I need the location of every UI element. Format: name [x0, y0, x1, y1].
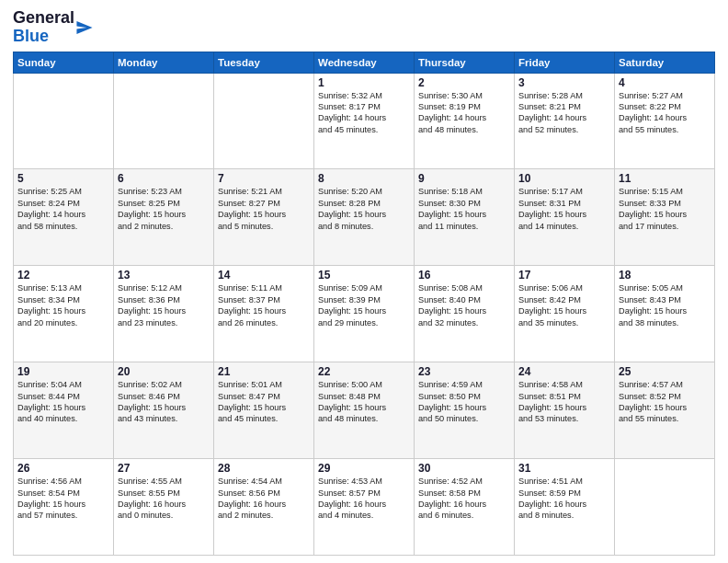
calendar-cell: 18Sunrise: 5:05 AM Sunset: 8:43 PM Dayli… — [615, 266, 715, 362]
calendar-cell: 13Sunrise: 5:12 AM Sunset: 8:36 PM Dayli… — [114, 266, 214, 362]
day-number: 19 — [17, 365, 109, 378]
day-number: 4 — [619, 76, 711, 89]
day-info: Sunrise: 5:02 AM Sunset: 8:46 PM Dayligh… — [118, 379, 210, 425]
day-number: 29 — [318, 462, 410, 475]
page: General Blue SundayMondayTuesdayWednesda… — [0, 0, 728, 563]
calendar-cell: 21Sunrise: 5:01 AM Sunset: 8:47 PM Dayli… — [214, 362, 314, 459]
day-info: Sunrise: 5:28 AM Sunset: 8:21 PM Dayligh… — [518, 90, 610, 136]
calendar-cell: 27Sunrise: 4:55 AM Sunset: 8:55 PM Dayli… — [114, 459, 214, 556]
day-number: 17 — [518, 269, 610, 282]
day-info: Sunrise: 4:59 AM Sunset: 8:50 PM Dayligh… — [418, 379, 510, 425]
day-number: 9 — [418, 172, 510, 185]
calendar-cell: 24Sunrise: 4:58 AM Sunset: 8:51 PM Dayli… — [515, 362, 615, 459]
day-info: Sunrise: 5:08 AM Sunset: 8:40 PM Dayligh… — [418, 282, 510, 328]
weekday-wednesday: Wednesday — [314, 52, 415, 73]
calendar-cell: 12Sunrise: 5:13 AM Sunset: 8:34 PM Dayli… — [14, 266, 114, 362]
calendar-cell — [114, 73, 214, 169]
weekday-tuesday: Tuesday — [214, 52, 314, 73]
day-number: 12 — [17, 269, 109, 282]
calendar-cell: 9Sunrise: 5:18 AM Sunset: 8:30 PM Daylig… — [415, 169, 515, 266]
week-row-4: 26Sunrise: 4:56 AM Sunset: 8:54 PM Dayli… — [14, 459, 715, 556]
day-info: Sunrise: 4:57 AM Sunset: 8:52 PM Dayligh… — [619, 379, 711, 425]
day-number: 28 — [218, 462, 310, 475]
calendar-cell: 4Sunrise: 5:27 AM Sunset: 8:22 PM Daylig… — [615, 73, 715, 169]
calendar-cell: 17Sunrise: 5:06 AM Sunset: 8:42 PM Dayli… — [515, 266, 615, 362]
logo-icon — [76, 21, 93, 34]
day-info: Sunrise: 5:20 AM Sunset: 8:28 PM Dayligh… — [318, 186, 410, 232]
day-info: Sunrise: 5:17 AM Sunset: 8:31 PM Dayligh… — [518, 186, 610, 232]
logo-blue: Blue — [13, 27, 49, 45]
calendar-cell: 8Sunrise: 5:20 AM Sunset: 8:28 PM Daylig… — [314, 169, 415, 266]
calendar-table: SundayMondayTuesdayWednesdayThursdayFrid… — [13, 52, 715, 556]
day-number: 11 — [619, 172, 711, 185]
day-number: 14 — [218, 269, 310, 282]
day-info: Sunrise: 5:12 AM Sunset: 8:36 PM Dayligh… — [118, 282, 210, 328]
calendar-cell: 25Sunrise: 4:57 AM Sunset: 8:52 PM Dayli… — [615, 362, 715, 459]
day-info: Sunrise: 5:11 AM Sunset: 8:37 PM Dayligh… — [218, 282, 310, 328]
weekday-sunday: Sunday — [14, 52, 114, 73]
day-info: Sunrise: 5:09 AM Sunset: 8:39 PM Dayligh… — [318, 282, 410, 328]
day-info: Sunrise: 5:21 AM Sunset: 8:27 PM Dayligh… — [218, 186, 310, 232]
day-number: 6 — [118, 172, 210, 185]
day-number: 30 — [418, 462, 510, 475]
week-row-3: 19Sunrise: 5:04 AM Sunset: 8:44 PM Dayli… — [14, 362, 715, 459]
day-info: Sunrise: 4:55 AM Sunset: 8:55 PM Dayligh… — [118, 476, 210, 522]
day-number: 20 — [118, 365, 210, 378]
day-info: Sunrise: 5:04 AM Sunset: 8:44 PM Dayligh… — [17, 379, 109, 425]
week-row-1: 5Sunrise: 5:25 AM Sunset: 8:24 PM Daylig… — [14, 169, 715, 266]
calendar-cell: 29Sunrise: 4:53 AM Sunset: 8:57 PM Dayli… — [314, 459, 415, 556]
header: General Blue — [13, 9, 715, 46]
calendar-cell: 28Sunrise: 4:54 AM Sunset: 8:56 PM Dayli… — [214, 459, 314, 556]
calendar-cell: 7Sunrise: 5:21 AM Sunset: 8:27 PM Daylig… — [214, 169, 314, 266]
day-number: 3 — [518, 76, 610, 89]
week-row-2: 12Sunrise: 5:13 AM Sunset: 8:34 PM Dayli… — [14, 266, 715, 362]
day-info: Sunrise: 5:30 AM Sunset: 8:19 PM Dayligh… — [418, 90, 510, 136]
svg-marker-0 — [76, 21, 92, 34]
day-number: 27 — [118, 462, 210, 475]
day-number: 31 — [518, 462, 610, 475]
day-info: Sunrise: 5:01 AM Sunset: 8:47 PM Dayligh… — [218, 379, 310, 425]
day-info: Sunrise: 4:54 AM Sunset: 8:56 PM Dayligh… — [218, 476, 310, 522]
day-number: 2 — [418, 76, 510, 89]
day-number: 23 — [418, 365, 510, 378]
calendar-cell: 6Sunrise: 5:23 AM Sunset: 8:25 PM Daylig… — [114, 169, 214, 266]
calendar-cell: 30Sunrise: 4:52 AM Sunset: 8:58 PM Dayli… — [415, 459, 515, 556]
day-number: 15 — [318, 269, 410, 282]
day-info: Sunrise: 5:15 AM Sunset: 8:33 PM Dayligh… — [619, 186, 711, 232]
weekday-saturday: Saturday — [615, 52, 715, 73]
day-number: 18 — [619, 269, 711, 282]
day-info: Sunrise: 5:23 AM Sunset: 8:25 PM Dayligh… — [118, 186, 210, 232]
day-number: 24 — [518, 365, 610, 378]
day-info: Sunrise: 5:13 AM Sunset: 8:34 PM Dayligh… — [17, 282, 109, 328]
day-info: Sunrise: 5:05 AM Sunset: 8:43 PM Dayligh… — [619, 282, 711, 328]
day-info: Sunrise: 4:58 AM Sunset: 8:51 PM Dayligh… — [518, 379, 610, 425]
weekday-thursday: Thursday — [415, 52, 515, 73]
calendar-cell: 1Sunrise: 5:32 AM Sunset: 8:17 PM Daylig… — [314, 73, 415, 169]
day-number: 13 — [118, 269, 210, 282]
calendar-cell: 11Sunrise: 5:15 AM Sunset: 8:33 PM Dayli… — [615, 169, 715, 266]
day-number: 10 — [518, 172, 610, 185]
calendar-cell: 5Sunrise: 5:25 AM Sunset: 8:24 PM Daylig… — [14, 169, 114, 266]
day-number: 1 — [318, 76, 410, 89]
day-info: Sunrise: 4:52 AM Sunset: 8:58 PM Dayligh… — [418, 476, 510, 522]
week-row-0: 1Sunrise: 5:32 AM Sunset: 8:17 PM Daylig… — [14, 73, 715, 169]
calendar-cell: 19Sunrise: 5:04 AM Sunset: 8:44 PM Dayli… — [14, 362, 114, 459]
calendar-cell: 2Sunrise: 5:30 AM Sunset: 8:19 PM Daylig… — [415, 73, 515, 169]
day-info: Sunrise: 5:27 AM Sunset: 8:22 PM Dayligh… — [619, 90, 711, 136]
day-info: Sunrise: 5:06 AM Sunset: 8:42 PM Dayligh… — [518, 282, 610, 328]
day-info: Sunrise: 4:53 AM Sunset: 8:57 PM Dayligh… — [318, 476, 410, 522]
day-number: 5 — [17, 172, 109, 185]
day-info: Sunrise: 5:25 AM Sunset: 8:24 PM Dayligh… — [17, 186, 109, 232]
calendar-cell: 15Sunrise: 5:09 AM Sunset: 8:39 PM Dayli… — [314, 266, 415, 362]
calendar-cell: 3Sunrise: 5:28 AM Sunset: 8:21 PM Daylig… — [515, 73, 615, 169]
day-number: 8 — [318, 172, 410, 185]
day-info: Sunrise: 5:18 AM Sunset: 8:30 PM Dayligh… — [418, 186, 510, 232]
day-info: Sunrise: 4:56 AM Sunset: 8:54 PM Dayligh… — [17, 476, 109, 522]
calendar-cell: 26Sunrise: 4:56 AM Sunset: 8:54 PM Dayli… — [14, 459, 114, 556]
calendar-cell: 16Sunrise: 5:08 AM Sunset: 8:40 PM Dayli… — [415, 266, 515, 362]
calendar-cell: 23Sunrise: 4:59 AM Sunset: 8:50 PM Dayli… — [415, 362, 515, 459]
day-number: 22 — [318, 365, 410, 378]
day-number: 21 — [218, 365, 310, 378]
calendar-cell: 14Sunrise: 5:11 AM Sunset: 8:37 PM Dayli… — [214, 266, 314, 362]
day-info: Sunrise: 5:32 AM Sunset: 8:17 PM Dayligh… — [318, 90, 410, 136]
